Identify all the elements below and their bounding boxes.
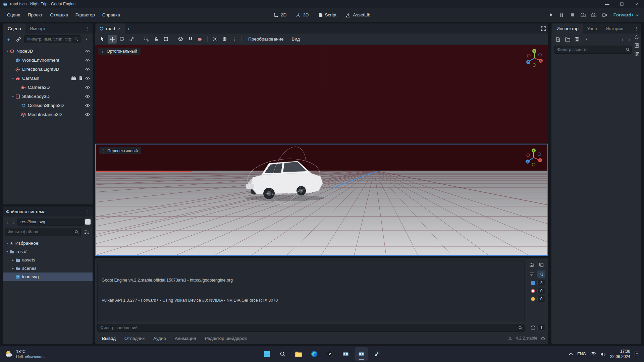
close-tab-icon[interactable]: × xyxy=(117,26,121,31)
tab-import[interactable]: Импорт xyxy=(25,23,50,34)
view-menu[interactable]: Вид xyxy=(288,35,303,43)
file-filter-input[interactable] xyxy=(5,228,81,236)
save-log-icon[interactable] xyxy=(528,261,536,268)
scene-tab-road[interactable]: road × xyxy=(96,23,125,34)
expand-arrow[interactable]: ▸ xyxy=(10,258,15,262)
list-select-tool[interactable] xyxy=(142,35,151,44)
snap-icon[interactable] xyxy=(186,35,195,44)
expand-arrow[interactable]: ▾ xyxy=(5,250,10,253)
notifications-muted-icon[interactable] xyxy=(508,336,512,341)
preview-environment-icon[interactable] xyxy=(220,35,229,44)
tab-node[interactable]: Узел xyxy=(583,23,601,34)
menu-help[interactable]: Справка xyxy=(99,10,124,19)
notification-center-icon[interactable] xyxy=(635,352,639,356)
warnings-filter-toggle[interactable]: 0 xyxy=(526,296,545,302)
load-resource-icon[interactable] xyxy=(564,35,572,43)
extra-options-icon[interactable]: ⋮ xyxy=(230,35,239,44)
tree-row[interactable]: Camera3D xyxy=(3,83,93,92)
play-custom-scene-button[interactable] xyxy=(590,11,598,19)
expand-arrow[interactable]: ▸ xyxy=(10,266,15,270)
tree-row[interactable]: ▾ StaticBody3D xyxy=(3,92,93,101)
renderer-select[interactable]: Forward+ xyxy=(611,11,641,19)
menu-project[interactable]: Проект xyxy=(24,10,46,19)
godot-app-icon[interactable] xyxy=(339,347,353,361)
axis-gizmo[interactable]: Y X Z xyxy=(523,147,544,168)
movie-maker-button[interactable] xyxy=(601,11,609,19)
volume-icon[interactable] xyxy=(600,352,606,356)
tree-row[interactable]: ▸ assets xyxy=(3,256,93,264)
start-button[interactable] xyxy=(260,347,274,361)
viewport-perspective[interactable]: ⋮ Перспективный Y X Z xyxy=(95,144,548,256)
tree-row[interactable]: DirectionalLight3D xyxy=(3,65,93,74)
tab-audio[interactable]: Аудио xyxy=(149,334,170,343)
tree-row[interactable]: ▸ scenes xyxy=(3,264,93,273)
preview-sun-icon[interactable] xyxy=(210,35,219,44)
tab-shader-editor[interactable]: Редактор шейдеров xyxy=(201,334,251,343)
output-console[interactable]: Godot Engine v4.2.2.stable.official.1507… xyxy=(97,260,525,322)
play-scene-button[interactable] xyxy=(579,11,587,19)
tree-row-selected[interactable]: icon.svg xyxy=(3,273,93,281)
wifi-icon[interactable] xyxy=(590,352,596,356)
axis-gizmo[interactable]: Y X Z xyxy=(524,48,545,68)
visibility-eye-icon[interactable] xyxy=(85,76,90,80)
visibility-eye-icon[interactable] xyxy=(85,95,90,98)
dock-options-icon[interactable]: ⋮ xyxy=(84,26,92,31)
visibility-eye-icon[interactable] xyxy=(85,113,90,116)
maximize-button[interactable] xyxy=(614,0,629,8)
toggle-bottom-panel-icon[interactable] xyxy=(541,336,545,340)
tab-output[interactable]: Вывод xyxy=(98,334,120,343)
tree-row[interactable]: ▾ CarMain xyxy=(3,74,93,83)
tree-row[interactable]: ▾ res:// xyxy=(3,247,93,256)
menu-scene[interactable]: Сцена xyxy=(3,10,24,19)
visibility-eye-icon[interactable] xyxy=(85,49,90,53)
dock-options-icon[interactable]: ⋮ xyxy=(83,209,91,214)
tab-debugger[interactable]: Отладчик xyxy=(120,334,149,343)
taskbar-search-icon[interactable] xyxy=(276,347,289,361)
errors-filter-toggle[interactable]: 0 xyxy=(526,288,545,294)
tree-row[interactable]: ▾ Node3D xyxy=(3,47,93,56)
view-menu-icon[interactable]: ⋮ xyxy=(101,148,105,153)
camera-preview-icon[interactable] xyxy=(196,35,205,44)
tree-row[interactable]: WorldEnvironment xyxy=(3,56,93,65)
dock-options-icon[interactable]: ⋮ xyxy=(632,26,641,31)
group-icon[interactable] xyxy=(161,35,170,44)
tab-animation[interactable]: Анимация xyxy=(171,334,200,343)
expand-arrow[interactable]: ▾ xyxy=(5,241,10,245)
minimize-button[interactable]: — xyxy=(600,0,614,8)
select-tool[interactable] xyxy=(98,35,107,44)
weather-widget[interactable]: 18°C Неб. облачность xyxy=(5,349,45,359)
new-scene-tab-button[interactable]: + xyxy=(125,24,133,33)
scene-filter-input[interactable] xyxy=(24,35,80,43)
pause-button[interactable] xyxy=(558,11,566,19)
round-dark-app-icon[interactable] xyxy=(323,347,337,361)
tab-history[interactable]: История xyxy=(601,23,628,34)
language-indicator[interactable]: ENG xyxy=(577,352,586,356)
view-label-chip[interactable]: ⋮ Ортогональный xyxy=(98,48,141,55)
visibility-eye-icon[interactable] xyxy=(85,85,90,89)
viewport-orthogonal[interactable]: ⋮ Ортогональный Y X Z xyxy=(95,45,548,143)
scene-tree-options-icon[interactable]: ⋮ xyxy=(82,37,91,42)
message-filter-input[interactable] xyxy=(97,324,525,332)
scale-tool[interactable] xyxy=(127,35,136,44)
visibility-eye-icon[interactable] xyxy=(85,104,90,107)
expand-arrow[interactable]: ▾ xyxy=(10,76,15,80)
tab-scene[interactable]: Сцена xyxy=(3,23,25,34)
nav-back-icon[interactable]: ‹ xyxy=(5,219,10,225)
stop-button[interactable] xyxy=(569,11,577,19)
copy-log-icon[interactable] xyxy=(537,261,545,268)
menu-editor[interactable]: Редактор xyxy=(72,10,99,19)
lock-icon[interactable] xyxy=(152,35,161,44)
tree-row[interactable]: ▾ ★ Избранное: xyxy=(3,239,93,247)
expand-arrow[interactable]: ▾ xyxy=(10,95,15,98)
tree-row[interactable]: CollisionShape3D xyxy=(3,101,93,110)
workspace-2d-button[interactable]: 2D xyxy=(270,11,290,19)
search-messages-icon[interactable] xyxy=(537,270,545,278)
manage-properties-icon[interactable] xyxy=(634,52,639,56)
property-filter-input[interactable] xyxy=(554,46,632,54)
clock-widget[interactable]: 17:38 22.06.2024 xyxy=(610,349,630,359)
resource-options-icon[interactable]: ⋮ xyxy=(582,37,591,42)
history-back-icon[interactable]: ‹ xyxy=(620,37,625,42)
steam-app-icon[interactable] xyxy=(371,347,384,361)
open-docs-icon[interactable] xyxy=(635,43,639,48)
move-tool[interactable] xyxy=(108,35,117,44)
